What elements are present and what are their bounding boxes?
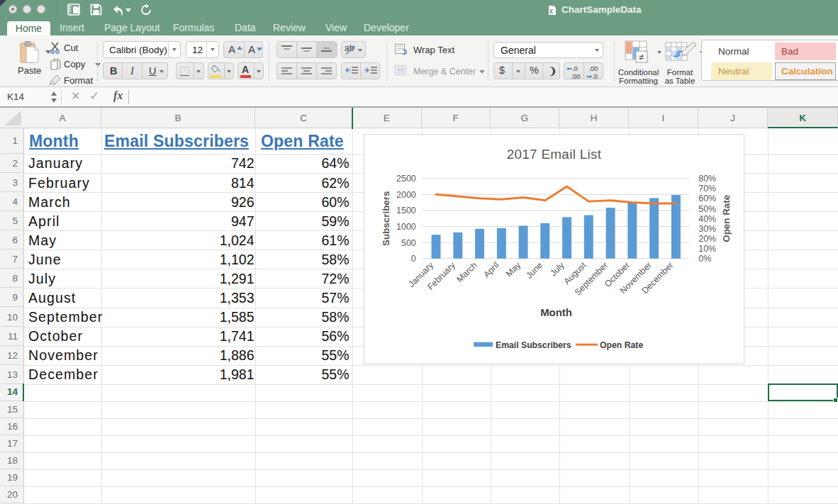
svg-text:Subscribers: Subscribers <box>380 191 391 247</box>
svg-text:March: March <box>454 260 479 284</box>
svg-text:70%: 70% <box>698 184 716 194</box>
svg-text:2017 Email List: 2017 Email List <box>506 147 601 162</box>
svg-text:80%: 80% <box>698 174 716 184</box>
svg-text:June: June <box>524 260 544 281</box>
svg-text:July: July <box>548 259 566 278</box>
svg-text:Open Rate: Open Rate <box>600 340 643 350</box>
svg-text:50%: 50% <box>698 204 716 214</box>
svg-text:10%: 10% <box>698 244 716 254</box>
svg-text:Month: Month <box>540 307 572 318</box>
svg-text:May: May <box>503 259 523 279</box>
svg-text:2000: 2000 <box>396 190 416 200</box>
svg-text:April: April <box>481 260 501 279</box>
svg-text:60%: 60% <box>698 194 716 203</box>
svg-text:2500: 2500 <box>396 174 416 184</box>
svg-text:≠: ≠ <box>639 52 644 62</box>
svg-text:Email Subscribers: Email Subscribers <box>496 340 571 350</box>
svg-text:20%: 20% <box>698 234 716 244</box>
svg-text:Open Rate: Open Rate <box>720 195 731 242</box>
svg-text:1500: 1500 <box>396 206 416 215</box>
svg-text:0%: 0% <box>698 254 711 264</box>
svg-text:40%: 40% <box>698 214 716 224</box>
svg-text:500: 500 <box>401 238 416 248</box>
svg-text:1000: 1000 <box>396 222 416 232</box>
svg-text:0: 0 <box>410 254 415 264</box>
svg-text:30%: 30% <box>698 224 716 234</box>
